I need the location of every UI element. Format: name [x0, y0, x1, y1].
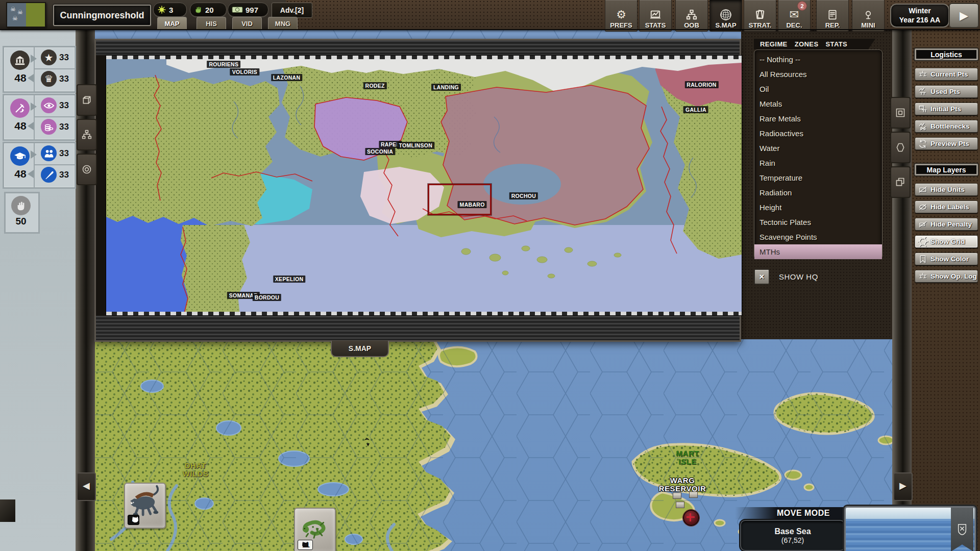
- toolbar-button-hide-labels[interactable]: Hide Labels: [915, 201, 978, 213]
- city-label[interactable]: ROCHOU: [509, 192, 538, 199]
- menu-button-strat[interactable]: STRAT.: [744, 0, 776, 32]
- resource-banknote[interactable]: 997: [228, 3, 268, 17]
- menu-button-oob[interactable]: OOB: [675, 0, 708, 32]
- layer-panel-tab[interactable]: STATS: [825, 40, 847, 48]
- city-label[interactable]: SOCONIA: [365, 148, 395, 155]
- layer-list-item[interactable]: MTHs: [754, 244, 882, 259]
- toolbar-button-initial-pts[interactable]: Initial Pts: [915, 103, 978, 115]
- menu-button-label: S.MAP: [715, 21, 736, 29]
- city-icon[interactable]: [683, 510, 699, 526]
- menu-button-label: REP.: [825, 21, 840, 29]
- resource-sun[interactable]: 3: [153, 3, 187, 17]
- toolbar-button-hide-units[interactable]: Hide Units: [915, 183, 978, 196]
- stat-group[interactable]: 48 33 33: [3, 142, 76, 189]
- menu-button-dec[interactable]: ✉ DEC. 2: [778, 0, 811, 32]
- layer-list-item[interactable]: Rare Metals: [754, 111, 882, 126]
- mode-indicator: MOVE MODE: [735, 507, 843, 519]
- city-label[interactable]: TOMLINSON: [397, 142, 435, 149]
- envelope-icon: ✉: [790, 8, 799, 21]
- tab-camera[interactable]: [77, 154, 97, 185]
- view-tab-vid[interactable]: VID: [232, 17, 262, 30]
- layer-list-item[interactable]: Height: [754, 200, 882, 215]
- toolbar-button-preview-pts[interactable]: Preview Pts: [915, 137, 978, 150]
- city-label[interactable]: GALLIA: [683, 106, 708, 113]
- menu-button-stats[interactable]: STATS: [639, 0, 672, 32]
- layer-list-item[interactable]: -- Nothing --: [754, 52, 882, 67]
- toolbar-button-show-color[interactable]: Show Color: [915, 253, 978, 265]
- tab-copy[interactable]: [890, 166, 911, 198]
- menu-button-rep[interactable]: REP.: [816, 0, 849, 32]
- layer-list-item[interactable]: Radioactives: [754, 126, 882, 141]
- city-label[interactable]: LANDING: [431, 84, 461, 91]
- resource-fist[interactable]: 20: [190, 3, 227, 17]
- end-turn-button[interactable]: ▶: [949, 3, 979, 28]
- show-hq-checkbox[interactable]: ×: [754, 269, 770, 285]
- stat-group[interactable]: 48 ★ 33 ♛ 33: [3, 46, 76, 93]
- layer-list-item[interactable]: Water: [754, 141, 882, 156]
- layer-list-item[interactable]: All Resources: [754, 67, 882, 82]
- unit-counter[interactable]: 11: [294, 508, 336, 551]
- stat-sub-icon: [41, 119, 57, 135]
- strategic-map[interactable]: ROURIENS VOLORIS LAZONAN RODEZ LANDING R…: [106, 55, 742, 316]
- viewport-indicator[interactable]: [428, 184, 492, 215]
- scroll-left-button[interactable]: ◀: [77, 472, 96, 501]
- tab-hex-layer[interactable]: [890, 132, 911, 163]
- toolbar-button-bottlenecks[interactable]: Bottlenecks: [915, 120, 978, 133]
- layer-panel-tab[interactable]: REGIME: [760, 40, 788, 48]
- tab-frame[interactable]: [890, 97, 911, 129]
- stat-sub-value: 33: [59, 101, 75, 111]
- view-tab-mng[interactable]: MNG: [268, 17, 298, 30]
- skull-icon: ☠: [17, 9, 23, 15]
- regime-flag[interactable]: ☠ ☠ ☠: [6, 2, 46, 28]
- city-label[interactable]: XEPELION: [273, 276, 306, 283]
- city-label[interactable]: RODEZ: [363, 82, 387, 89]
- layer-list-item[interactable]: Temperature: [754, 170, 882, 185]
- toolbar-button-used-pts[interactable]: Used Pts: [915, 85, 978, 98]
- toolbar-button-label: Hide Labels: [930, 203, 969, 211]
- tab-3d-view[interactable]: [77, 84, 97, 116]
- menu-button-label: MINI: [861, 21, 875, 29]
- layer-list-item[interactable]: Radiation: [754, 185, 882, 200]
- menu-button-mini[interactable]: MINI: [852, 0, 885, 32]
- city-label[interactable]: BORDOU: [253, 294, 281, 301]
- layer-list-item[interactable]: Tectonic Plates: [754, 215, 882, 230]
- city-label[interactable]: LAZONAN: [271, 74, 302, 81]
- stat-group[interactable]: 48 33 33: [3, 94, 76, 141]
- unrest-stat-box[interactable]: 50: [4, 192, 40, 234]
- map-layer-list: -- Nothing -- All Resources Oil Metals R…: [754, 49, 883, 259]
- city-label[interactable]: RALORION: [684, 81, 718, 88]
- layer-list-item[interactable]: Oil: [754, 82, 882, 96]
- tab-structure[interactable]: [77, 119, 97, 151]
- stat-sub-value: 33: [59, 170, 75, 180]
- layer-list-item[interactable]: Rain: [754, 156, 882, 170]
- view-tab-his[interactable]: HIS: [197, 17, 226, 30]
- layer-list-item[interactable]: Metals: [754, 96, 882, 111]
- layer-list-item[interactable]: Scavenge Points: [754, 230, 882, 244]
- resource-value: 3: [169, 6, 173, 14]
- divider: [34, 95, 35, 139]
- toolbar-button-label: Preview Pts: [930, 140, 969, 147]
- advisor-button[interactable]: Adv.[2]: [272, 3, 312, 18]
- regime-name-plate: Cunningmoreshold: [53, 5, 151, 26]
- toolbar-button-show-op-log[interactable]: Show Op. Log: [915, 270, 978, 283]
- layer-panel-tab[interactable]: ZONES: [795, 40, 819, 48]
- menu-button-smap[interactable]: S.MAP: [709, 0, 742, 32]
- scroll-right-button[interactable]: ▶: [893, 472, 913, 501]
- menu-button-label: STRAT.: [749, 21, 772, 29]
- toolbar-button-hide-penalty[interactable]: Hide Penalty: [915, 218, 978, 231]
- toolbar-header-map-layers: Map Layers: [915, 164, 978, 176]
- view-tab-map[interactable]: MAP: [157, 17, 187, 30]
- city-label[interactable]: VOLORIS: [230, 68, 259, 76]
- smap-window-tab[interactable]: S.MAP: [331, 341, 389, 357]
- cards-icon: [754, 8, 766, 21]
- hex-terrain-preview: [844, 506, 976, 551]
- unit-strength-badge: 11: [298, 540, 313, 550]
- menu-button-prefs[interactable]: ⚙ PREFS: [605, 0, 638, 32]
- toolbar-button-current-pts[interactable]: Current Pts: [915, 68, 978, 81]
- top-bar: ☠ ☠ ☠ Cunningmoreshold 320997 Adv.[2] MA…: [0, 0, 980, 30]
- toolbar-button-show-grid[interactable]: Show Grid: [915, 235, 978, 248]
- unit-counter[interactable]: 4: [124, 483, 166, 529]
- toolbar-button-label: Initial Pts: [930, 105, 961, 113]
- city-label[interactable]: ROURIENS: [207, 61, 240, 68]
- city-label[interactable]: MABARO: [458, 201, 487, 208]
